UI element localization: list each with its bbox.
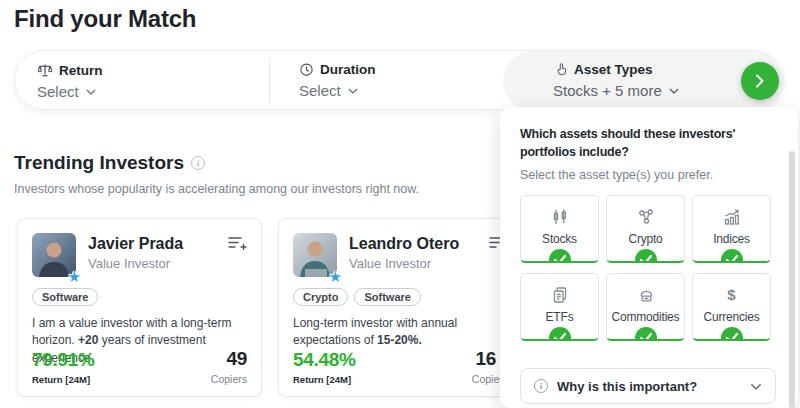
tag-pill[interactable]: Software bbox=[354, 288, 420, 306]
asset-tile-label: Crypto bbox=[628, 232, 662, 246]
return-label: Return [24M] bbox=[293, 374, 356, 385]
return-stat: 79.91% Return [24M] bbox=[32, 349, 95, 385]
investor-card-leandro-otero[interactable]: ★ Leandro Otero Value Investor Crypto So… bbox=[278, 218, 523, 397]
copiers-label: Copiers bbox=[211, 373, 247, 385]
asset-tile-currencies[interactable]: $ Currencies bbox=[692, 273, 771, 341]
barrel-icon bbox=[636, 285, 656, 305]
asset-types-panel: Which assets should these investors' por… bbox=[500, 107, 798, 408]
selected-check-icon bbox=[549, 327, 571, 341]
filter-return-label: Return bbox=[59, 63, 103, 78]
asset-tile-crypto[interactable]: Crypto bbox=[606, 195, 685, 263]
filter-return-value: Select bbox=[37, 83, 79, 100]
asset-tile-label: Stocks bbox=[542, 232, 577, 246]
investor-role: Value Investor bbox=[349, 256, 459, 271]
why-important-expander[interactable]: i Why is this important? bbox=[520, 368, 776, 404]
asset-tile-label: Currencies bbox=[703, 310, 759, 324]
find-your-match-page: Find your Match Return Select bbox=[0, 0, 800, 408]
rising-bars-icon bbox=[722, 207, 742, 227]
return-value: 79.91% bbox=[32, 349, 95, 371]
add-to-watchlist-button[interactable] bbox=[226, 234, 249, 252]
filter-return[interactable]: Return Select bbox=[37, 62, 103, 100]
tap-hand-icon bbox=[553, 62, 568, 77]
selected-check-icon bbox=[549, 249, 571, 263]
asset-tile-label: ETFs bbox=[546, 310, 574, 324]
popular-investor-star-icon: ★ bbox=[329, 269, 342, 284]
investor-card-javier-prada[interactable]: ★ Javier Prada Value Investor Software I… bbox=[17, 218, 262, 397]
filter-duration-value: Select bbox=[299, 82, 341, 99]
avatar: ★ bbox=[32, 233, 76, 277]
add-to-list-icon bbox=[228, 236, 247, 250]
documents-icon bbox=[550, 285, 570, 305]
candlestick-chart-icon bbox=[550, 207, 570, 227]
page-title: Find your Match bbox=[14, 5, 196, 33]
return-stat: 54.48% Return [24M] bbox=[293, 349, 356, 385]
investor-role: Value Investor bbox=[88, 256, 183, 271]
asset-tile-indices[interactable]: Indices bbox=[692, 195, 771, 263]
asset-tile-stocks[interactable]: Stocks bbox=[520, 195, 599, 263]
selected-check-icon bbox=[721, 249, 743, 263]
trending-investors-subtitle: Investors whose popularity is accelerati… bbox=[14, 182, 419, 196]
filter-divider bbox=[269, 60, 270, 102]
network-nodes-icon bbox=[636, 207, 656, 227]
balance-scale-icon bbox=[37, 62, 53, 78]
chevron-down-icon bbox=[750, 383, 762, 390]
filter-bar: Return Select Duration Select bbox=[14, 50, 784, 110]
investor-bio: Long-term investor with annual expectati… bbox=[293, 315, 508, 350]
why-important-label: Why is this important? bbox=[557, 379, 697, 394]
selected-check-icon bbox=[635, 249, 657, 263]
chevron-down-icon bbox=[86, 89, 96, 95]
asset-tile-etfs[interactable]: ETFs bbox=[520, 273, 599, 341]
filter-asset-types-label: Asset Types bbox=[574, 62, 653, 77]
popular-investor-star-icon: ★ bbox=[68, 269, 81, 284]
selected-check-icon bbox=[721, 327, 743, 341]
trending-investors-title-text: Trending Investors bbox=[14, 152, 184, 174]
investor-name: Leandro Otero bbox=[349, 235, 459, 253]
asset-tile-commodities[interactable]: Commodities bbox=[606, 273, 685, 341]
avatar: ★ bbox=[293, 233, 337, 277]
copiers-stat: 49 Copiers bbox=[211, 348, 247, 385]
asset-tile-label: Commodities bbox=[612, 310, 680, 324]
filter-asset-types[interactable]: Asset Types Stocks + 5 more bbox=[503, 51, 785, 111]
dollar-sign-icon: $ bbox=[727, 285, 735, 305]
trending-investors-title: Trending Investors i bbox=[14, 152, 205, 174]
return-label: Return [24M] bbox=[32, 374, 95, 385]
chevron-down-icon bbox=[669, 88, 679, 94]
filter-asset-types-value: Stocks + 5 more bbox=[553, 82, 662, 99]
asset-type-grid: Stocks Crypto bbox=[520, 195, 782, 341]
tag-pill[interactable]: Crypto bbox=[293, 288, 348, 306]
panel-scrollbar[interactable] bbox=[789, 151, 795, 408]
clock-icon bbox=[299, 62, 314, 77]
selected-check-icon bbox=[635, 327, 657, 341]
asset-tile-label: Indices bbox=[713, 232, 750, 246]
filter-duration-label: Duration bbox=[320, 62, 376, 77]
asset-panel-instruction: Select the asset type(s) you prefer. bbox=[520, 168, 782, 182]
tag-pill[interactable]: Software bbox=[32, 288, 98, 306]
chevron-down-icon bbox=[348, 88, 358, 94]
next-step-button[interactable] bbox=[741, 62, 779, 100]
asset-panel-question: Which assets should these investors' por… bbox=[520, 126, 770, 161]
filter-duration[interactable]: Duration Select bbox=[299, 62, 376, 99]
copiers-value: 49 bbox=[211, 348, 247, 370]
chevron-right-icon bbox=[756, 74, 764, 88]
investor-name: Javier Prada bbox=[88, 235, 183, 253]
return-value: 54.48% bbox=[293, 349, 356, 371]
info-icon: i bbox=[534, 379, 548, 393]
info-icon[interactable]: i bbox=[191, 156, 205, 170]
